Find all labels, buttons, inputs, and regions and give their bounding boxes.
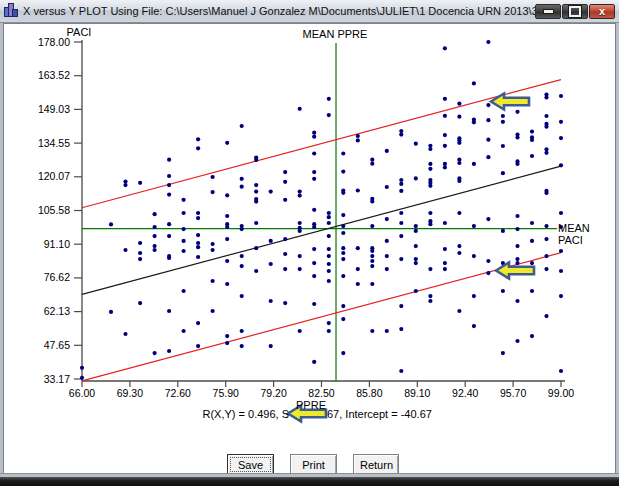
scatter-point bbox=[515, 257, 519, 261]
scatter-point bbox=[530, 221, 534, 225]
scatter-point bbox=[167, 174, 171, 178]
scatter-point bbox=[225, 259, 229, 263]
print-button[interactable]: Print bbox=[290, 454, 337, 475]
x-tick-label: 66.00 bbox=[69, 387, 95, 399]
scatter-point bbox=[211, 279, 215, 283]
scatter-point bbox=[269, 262, 273, 266]
scatter-point bbox=[399, 182, 403, 186]
scatter-point bbox=[428, 267, 432, 271]
scatter-point bbox=[472, 224, 476, 228]
window-title: X versus Y PLOT Using File: C:\Users\Man… bbox=[23, 5, 535, 17]
scatter-point bbox=[182, 239, 186, 243]
scatter-point bbox=[530, 261, 534, 265]
maximize-button[interactable] bbox=[562, 4, 588, 19]
scatter-point bbox=[399, 304, 403, 308]
scatter-point bbox=[385, 239, 389, 243]
scatter-point bbox=[428, 211, 432, 215]
scatter-point bbox=[80, 376, 84, 380]
title-bar: X versus Y PLOT Using File: C:\Users\Man… bbox=[0, 0, 619, 23]
return-button[interactable]: Return bbox=[353, 454, 399, 475]
minimize-button[interactable] bbox=[535, 4, 561, 19]
scatter-point bbox=[457, 179, 461, 183]
minimize-icon bbox=[543, 9, 554, 14]
scatter-point bbox=[501, 171, 505, 175]
scatter-point bbox=[341, 246, 345, 250]
scatter-point bbox=[327, 234, 331, 238]
scatter-point bbox=[428, 299, 432, 303]
close-button[interactable]: x bbox=[589, 4, 615, 19]
scatter-point bbox=[196, 146, 200, 150]
scatter-point bbox=[283, 180, 287, 184]
close-icon: x bbox=[599, 6, 605, 17]
scatter-point bbox=[240, 264, 244, 268]
scatter-point bbox=[544, 95, 548, 99]
scatter-point bbox=[182, 227, 186, 231]
scatter-point bbox=[370, 282, 374, 286]
scatter-point bbox=[472, 324, 476, 328]
plot-client-area: 178.00163.52149.03134.55120.07105.5891.1… bbox=[3, 23, 616, 476]
scatter-point bbox=[327, 247, 331, 251]
scatter-point bbox=[443, 165, 447, 169]
scatter-point bbox=[399, 133, 403, 137]
x-tick-label: 99.00 bbox=[548, 387, 574, 399]
y-tick-label: 91.10 bbox=[44, 238, 70, 250]
scatter-point bbox=[501, 120, 505, 124]
scatter-point bbox=[196, 216, 200, 220]
scatter-point bbox=[356, 138, 360, 142]
scatter-point bbox=[153, 212, 157, 216]
y-tick-label: 47.65 bbox=[44, 339, 70, 351]
x-tick-label: 89.10 bbox=[404, 387, 430, 399]
scatter-point bbox=[298, 194, 302, 198]
scatter-point bbox=[138, 257, 142, 261]
scatter-point bbox=[443, 133, 447, 137]
scatter-point bbox=[443, 267, 447, 271]
scatter-point bbox=[370, 259, 374, 263]
scatter-point bbox=[414, 229, 418, 233]
scatter-point bbox=[283, 267, 287, 271]
scatter-point bbox=[370, 162, 374, 166]
scatter-point bbox=[312, 170, 316, 174]
scatter-point bbox=[399, 189, 403, 193]
scatter-point bbox=[515, 162, 519, 166]
scatter-point bbox=[356, 282, 360, 286]
x-axis-title: PPRE bbox=[290, 399, 332, 411]
scatter-point bbox=[486, 259, 490, 263]
scatter-point bbox=[138, 251, 142, 255]
scatter-point bbox=[428, 162, 432, 166]
scatter-point bbox=[341, 351, 345, 355]
scatter-point bbox=[327, 215, 331, 219]
scatter-point bbox=[123, 183, 127, 187]
scatter-point bbox=[312, 131, 316, 135]
scatter-point bbox=[443, 144, 447, 148]
scatter-point bbox=[341, 231, 345, 235]
scatter-point bbox=[559, 294, 563, 298]
scatter-point bbox=[225, 141, 229, 145]
scatter-point bbox=[486, 217, 490, 221]
scatter-point bbox=[109, 222, 113, 226]
scatter-point bbox=[385, 329, 389, 333]
scatter-point bbox=[312, 360, 316, 364]
scatter-point bbox=[414, 176, 418, 180]
x-tick-label: 92.40 bbox=[452, 387, 478, 399]
scatter-point bbox=[240, 294, 244, 298]
scatter-point bbox=[443, 97, 447, 101]
scatter-points bbox=[80, 40, 563, 380]
scatter-point bbox=[486, 138, 490, 142]
save-to-file-button[interactable]: Save to File bbox=[227, 454, 274, 475]
scatter-point bbox=[240, 227, 244, 231]
scatter-point bbox=[356, 246, 360, 250]
scatter-point bbox=[457, 244, 461, 248]
scatter-point bbox=[428, 167, 432, 171]
scatter-point bbox=[501, 351, 505, 355]
y-tick-label: 33.17 bbox=[44, 373, 70, 385]
scatter-point bbox=[559, 249, 563, 253]
scatter-point bbox=[196, 245, 200, 249]
scatter-point bbox=[196, 344, 200, 348]
scatter-point bbox=[240, 185, 244, 189]
scatter-point bbox=[544, 191, 548, 195]
scatter-point bbox=[327, 221, 331, 225]
scatter-point bbox=[298, 254, 302, 258]
scatter-point bbox=[283, 237, 287, 241]
scatter-point bbox=[138, 181, 142, 185]
scatter-point bbox=[515, 214, 519, 218]
